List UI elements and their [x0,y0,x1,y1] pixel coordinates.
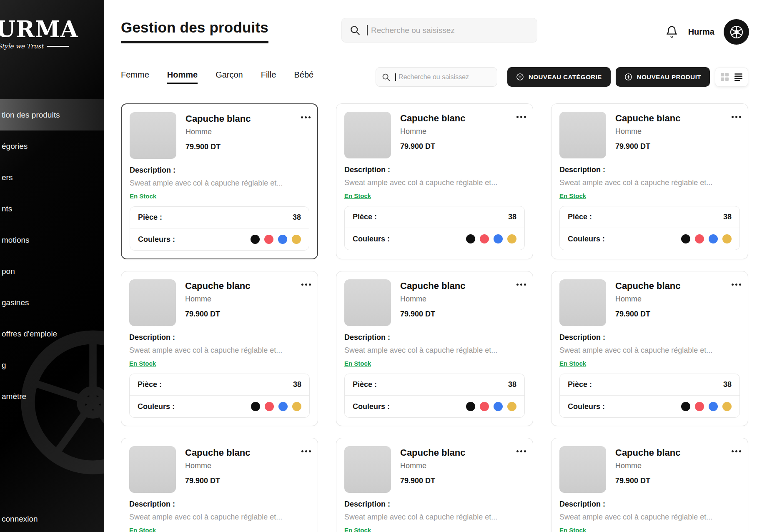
piece-row: Pièce : 38 [130,207,309,228]
sidebar-item[interactable]: pon [0,256,104,287]
user-name: Hurma [688,27,714,37]
card-menu-button[interactable] [734,113,739,121]
header-search[interactable] [341,18,537,43]
product-card[interactable]: Capuche blanc Homme 79.900 DT Descriptio… [336,103,533,259]
product-card[interactable]: Capuche blanc Homme 79.900 DT Descriptio… [551,438,748,532]
sidebar-item[interactable]: égories [0,130,104,162]
piece-label: Pièce : [353,213,377,221]
sidebar-item[interactable]: offres d'emploie [0,318,104,349]
tab-fille[interactable]: Fille [261,70,276,84]
colors-label: Couleurs : [568,235,605,243]
card-head: Capuche blanc Homme 79.900 DT [400,112,465,158]
color-dot [480,402,489,411]
product-image-placeholder [344,446,391,493]
brand-logo: URMA Style we Trust [0,0,104,50]
product-search[interactable] [376,67,497,87]
card-top: Capuche blanc Homme 79.900 DT [344,446,525,493]
piece-value: 38 [508,213,516,221]
product-info-box: Pièce : 38 Couleurs : [129,374,310,418]
card-menu-button[interactable] [734,447,739,456]
description-label: Description : [344,333,525,342]
list-view-icon[interactable] [734,73,742,81]
card-menu-button[interactable] [519,280,524,289]
product-image-placeholder [130,112,176,159]
product-card[interactable]: Capuche blanc Homme 79.900 DT Descriptio… [336,271,533,426]
tab-garçon[interactable]: Garçon [216,70,243,84]
color-dot [722,234,732,243]
notification-bell-icon[interactable] [665,25,678,38]
new-product-button[interactable]: NOUVEAU PRODUIT [616,67,710,87]
colors-row: Couleurs : [130,395,309,417]
sidebar-nav: tion des produitségoriesersntsmotionspon… [0,99,104,412]
product-category: Homme [185,128,251,136]
tagline-rule [47,46,69,47]
product-title: Capuche blanc [400,447,465,458]
color-dots [681,402,732,411]
product-card[interactable]: Capuche blanc Homme 79.900 DT Descriptio… [121,271,318,426]
piece-value: 38 [723,213,732,221]
main-content: Gestion des produits Hurma [104,0,767,532]
product-price: 79.900 DT [615,477,680,485]
color-dots [251,402,301,411]
stock-badge: En Stock [344,527,371,532]
new-category-label: NOUVEAU CATÉGORIE [529,73,602,80]
description-label: Description : [559,333,740,342]
product-price: 79.900 DT [615,310,680,319]
color-dots [466,234,516,243]
tab-femme[interactable]: Femme [121,70,149,84]
sidebar-item[interactable]: gasines [0,287,104,318]
new-category-button[interactable]: NOUVEAU CATÉGORIE [507,67,611,87]
user-avatar[interactable] [724,20,748,44]
card-menu-button[interactable] [734,280,739,289]
sidebar-item[interactable]: nts [0,193,104,224]
piece-label: Pièce : [138,213,162,222]
product-card[interactable]: Capuche blanc Homme 79.900 DT Descriptio… [121,103,318,259]
tab-bébé[interactable]: Bébé [294,70,313,84]
sidebar-item[interactable]: tion des produits [0,99,104,130]
product-card[interactable]: Capuche blanc Homme 79.900 DT Descriptio… [551,103,748,259]
product-category: Homme [400,462,465,470]
product-image-placeholder [344,279,391,326]
sidebar-item[interactable]: ers [0,162,104,193]
colors-row: Couleurs : [560,228,739,250]
product-card[interactable]: Capuche blanc Homme 79.900 DT Descriptio… [121,438,318,532]
card-menu-button[interactable] [303,447,309,456]
product-title: Capuche blanc [185,281,250,291]
description-label: Description : [559,166,740,174]
card-menu-button[interactable] [303,280,309,289]
color-dot [251,402,260,411]
grid-view-icon[interactable] [721,73,729,81]
sidebar-item[interactable]: amètre [0,381,104,412]
piece-row: Pièce : 38 [345,374,524,395]
card-menu-button[interactable] [303,113,308,122]
product-image-placeholder [559,446,606,493]
card-head: Capuche blanc Homme 79.900 DT [185,446,250,493]
card-top: Capuche blanc Homme 79.900 DT [559,112,740,158]
header-search-input[interactable] [371,26,529,35]
piece-row: Pièce : 38 [345,206,524,228]
wheel-logo-icon [728,24,745,40]
sidebar-item[interactable]: g [0,349,104,381]
product-card[interactable]: Capuche blanc Homme 79.900 DT Descriptio… [336,438,533,532]
product-card[interactable]: Capuche blanc Homme 79.900 DT Descriptio… [551,271,748,426]
tab-homme[interactable]: Homme [167,70,198,84]
plus-circle-icon [624,73,632,81]
sidebar-item-logout[interactable]: connexion [2,514,38,524]
ellipsis-icon [520,450,522,452]
ellipsis-icon [735,284,737,286]
card-menu-button[interactable] [519,113,524,121]
piece-label: Pièce : [568,213,592,221]
product-image-placeholder [559,112,606,158]
color-dot [466,234,475,243]
colors-row: Couleurs : [560,395,739,417]
color-dot [264,235,273,244]
product-title: Capuche blanc [400,281,465,291]
product-info-box: Pièce : 38 Couleurs : [344,374,525,418]
card-menu-button[interactable] [519,447,524,456]
color-dot [507,402,516,411]
color-dot [494,234,503,243]
product-search-input[interactable] [399,73,491,81]
piece-value: 38 [293,380,301,389]
product-title: Capuche blanc [185,113,251,124]
sidebar-item[interactable]: motions [0,224,104,256]
